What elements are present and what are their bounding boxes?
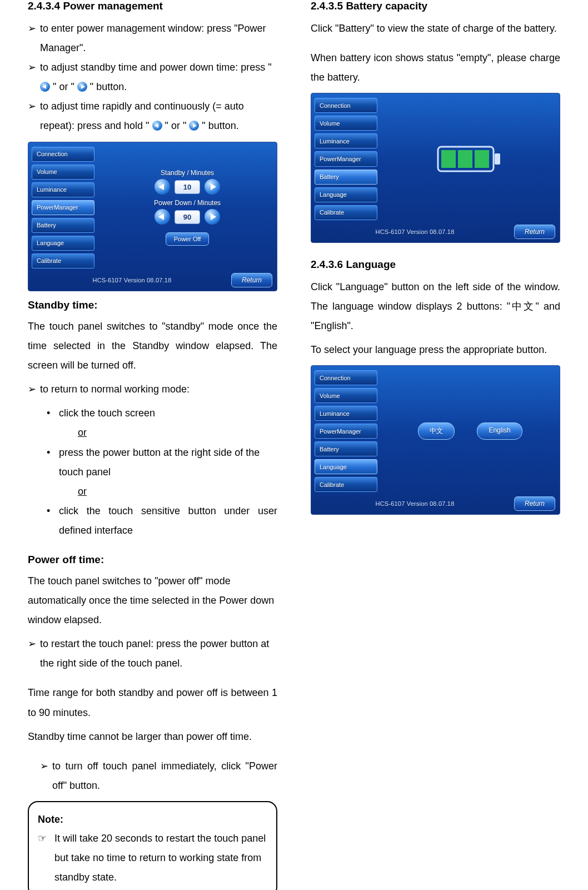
standby-time-heading: Standby time: <box>28 299 277 311</box>
bullet-text: to turn off touch panel immediately, cli… <box>52 757 277 795</box>
powerdown-increase-button[interactable] <box>205 209 220 225</box>
standby-description: The touch panel switches to "standby" mo… <box>28 317 277 375</box>
device-version-text: HCS-6107 Version 08.07.18 <box>316 500 514 507</box>
sidebar-tab-connection[interactable]: Connection <box>315 370 377 385</box>
bullet-text: to restart the touch panel: press the po… <box>40 634 277 673</box>
sidebar-tab-powermanager[interactable]: PowerManager <box>315 424 377 439</box>
triangle-bullet-icon: ➢ <box>28 97 40 136</box>
triangle-bullet-icon: ➢ <box>28 634 40 673</box>
battery-icon <box>437 143 504 175</box>
bullet-text: to return to normal working mode: <box>40 380 190 399</box>
triangle-bullet-icon: ➢ <box>28 58 40 97</box>
powerdown-minutes-label: Power Down / Minutes <box>154 199 221 207</box>
device-main-area <box>381 93 560 224</box>
sidebar-tab-luminance[interactable]: Luminance <box>32 182 94 197</box>
standby-rule-text: Standby time cannot be larger than power… <box>28 727 277 747</box>
standby-minutes-label: Standby / Minutes <box>155 169 220 177</box>
note-body: It will take 20 seconds to restart the t… <box>54 829 267 887</box>
powerdown-decrease-button[interactable] <box>155 209 170 225</box>
left-arrow-icon <box>40 82 50 92</box>
return-button[interactable]: Return <box>514 496 555 511</box>
sub-bullet-text: click the touch screen <box>59 404 155 423</box>
power-off-description: The touch panel switches to "power off" … <box>28 571 277 630</box>
device-version-text: HCS-6107 Version 08.07.18 <box>33 277 231 284</box>
device-sidebar: Connection Volume Luminance PowerManager… <box>311 366 381 496</box>
svg-rect-3 <box>458 150 472 168</box>
battery-paragraph-1: Click "Battery" to view the state of cha… <box>311 19 560 38</box>
return-button[interactable]: Return <box>231 273 272 287</box>
triangle-bullet-icon: ➢ <box>28 380 40 399</box>
language-paragraph-1: Click "Language" button on the left side… <box>311 277 560 336</box>
bullet-item: ➢ to turn off touch panel immediately, c… <box>40 757 277 795</box>
dot-bullet-icon: • <box>47 443 59 482</box>
power-off-time-heading: Power off time: <box>28 554 277 566</box>
bullet-text: to adjust time rapidly and continuously … <box>40 97 277 136</box>
section-heading-power-management: 2.4.3.4 Power management <box>28 0 277 12</box>
sidebar-tab-connection[interactable]: Connection <box>32 147 94 162</box>
section-heading-battery: 2.4.3.5 Battery capacity <box>311 0 560 12</box>
device-screenshot-power-manager: Connection Volume Luminance PowerManager… <box>28 142 277 291</box>
power-off-button[interactable]: Power Off <box>166 232 210 246</box>
device-version-text: HCS-6107 Version 08.07.18 <box>316 228 514 235</box>
device-main-area: 中文 English <box>381 366 560 496</box>
sidebar-tab-calibrate[interactable]: Calibrate <box>315 477 377 492</box>
triangle-bullet-icon: ➢ <box>28 19 40 58</box>
note-box: Note: ☞ It will take 20 seconds to resta… <box>28 801 277 890</box>
triangle-bullet-icon: ➢ <box>40 757 52 795</box>
or-separator: or <box>78 423 277 442</box>
right-arrow-icon <box>77 82 87 92</box>
sidebar-tab-calibrate[interactable]: Calibrate <box>315 205 377 220</box>
sidebar-tab-luminance[interactable]: Luminance <box>315 406 377 421</box>
sidebar-tab-language[interactable]: Language <box>315 187 377 202</box>
section-heading-language: 2.4.3.6 Language <box>311 258 560 271</box>
sidebar-tab-powermanager[interactable]: PowerManager <box>315 151 377 166</box>
battery-paragraph-2: When battery icon shows status "empty", … <box>311 48 560 87</box>
bullet-text: to enter power management window: press … <box>40 19 277 58</box>
language-chinese-button[interactable]: 中文 <box>418 422 455 440</box>
standby-decrease-button[interactable] <box>155 179 170 195</box>
language-paragraph-2: To select your language press the approp… <box>311 340 560 360</box>
bullet-item: ➢ to adjust standby time and power down … <box>28 58 277 97</box>
left-arrow-icon <box>152 121 162 131</box>
dot-bullet-icon: • <box>47 501 59 540</box>
sidebar-tab-volume[interactable]: Volume <box>315 116 377 131</box>
bullet-text: to adjust standby time and power down ti… <box>40 58 277 97</box>
pointing-hand-icon: ☞ <box>38 829 54 887</box>
device-screenshot-battery: Connection Volume Luminance PowerManager… <box>311 93 560 242</box>
bullet-item: ➢ to enter power management window: pres… <box>28 19 277 58</box>
sidebar-tab-language[interactable]: Language <box>315 459 377 474</box>
return-button[interactable]: Return <box>514 225 555 239</box>
sidebar-tab-volume[interactable]: Volume <box>315 388 377 403</box>
svg-rect-1 <box>495 153 500 165</box>
svg-rect-4 <box>475 150 489 168</box>
bullet-item: ➢ to adjust time rapidly and continuousl… <box>28 97 277 136</box>
standby-value: 10 <box>175 180 200 194</box>
time-range-text: Time range for both standby and power of… <box>28 683 277 722</box>
sub-bullet-item: • click the touch screen <box>47 404 277 423</box>
sidebar-tab-battery[interactable]: Battery <box>315 170 377 185</box>
device-screenshot-language: Connection Volume Luminance PowerManager… <box>311 365 560 515</box>
sub-bullet-text: press the power button at the right side… <box>59 443 277 482</box>
sidebar-tab-luminance[interactable]: Luminance <box>315 133 377 148</box>
sidebar-tab-calibrate[interactable]: Calibrate <box>32 253 94 269</box>
bullet-item: ➢ to restart the touch panel: press the … <box>28 634 277 673</box>
sub-bullet-item: • click the touch sensitive button under… <box>47 501 277 540</box>
device-sidebar: Connection Volume Luminance PowerManager… <box>28 142 98 273</box>
sub-bullet-item: • press the power button at the right si… <box>47 443 277 482</box>
device-main-area: Standby / Minutes 10 Power Down / Minute… <box>98 142 277 273</box>
svg-rect-2 <box>441 150 456 168</box>
sidebar-tab-powermanager[interactable]: PowerManager <box>32 200 94 215</box>
sidebar-tab-connection[interactable]: Connection <box>315 98 377 113</box>
dot-bullet-icon: • <box>47 404 59 423</box>
sub-bullet-text: click the touch sensitive button under u… <box>59 501 277 540</box>
standby-increase-button[interactable] <box>205 179 220 195</box>
sidebar-tab-volume[interactable]: Volume <box>32 165 94 180</box>
sidebar-tab-battery[interactable]: Battery <box>315 441 377 456</box>
powerdown-value: 90 <box>175 210 200 224</box>
language-english-button[interactable]: English <box>477 422 522 440</box>
bullet-item: ➢ to return to normal working mode: <box>28 380 277 399</box>
sidebar-tab-battery[interactable]: Battery <box>32 218 94 233</box>
sidebar-tab-language[interactable]: Language <box>32 236 94 251</box>
device-sidebar: Connection Volume Luminance PowerManager… <box>311 93 381 224</box>
right-arrow-icon <box>189 121 199 131</box>
